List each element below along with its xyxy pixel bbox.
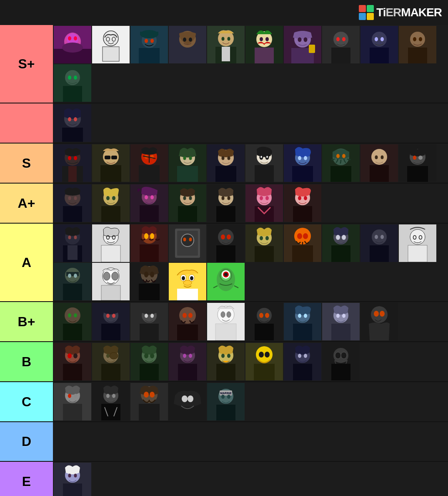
tier-label-sp: S+ — [0, 25, 53, 103]
svg-rect-182 — [216, 245, 235, 262]
svg-point-47 — [372, 32, 387, 47]
svg-point-129 — [112, 196, 115, 200]
char-cell — [245, 184, 283, 222]
svg-rect-192 — [292, 245, 313, 262]
svg-rect-161 — [68, 245, 78, 260]
svg-rect-88 — [177, 166, 198, 182]
char-cell — [54, 343, 91, 380]
char-cell — [207, 224, 245, 262]
char-cell — [207, 184, 245, 222]
svg-point-221 — [144, 272, 148, 277]
svg-rect-265 — [215, 324, 236, 340]
svg-point-345 — [188, 395, 193, 402]
svg-point-64 — [74, 117, 77, 121]
tier-label-e: E — [0, 462, 53, 496]
svg-point-249 — [112, 314, 115, 318]
svg-point-191 — [303, 233, 308, 239]
char-cell — [284, 224, 321, 262]
svg-rect-83 — [139, 165, 160, 182]
char-cell — [322, 303, 360, 340]
svg-point-143 — [222, 196, 225, 200]
svg-point-279 — [342, 314, 345, 318]
svg-point-37 — [298, 38, 302, 42]
svg-point-293 — [110, 352, 118, 359]
svg-rect-289 — [63, 364, 82, 380]
tier-label-ap: A+ — [0, 184, 53, 223]
svg-point-355 — [68, 474, 71, 478]
logo-cell-red — [359, 5, 366, 12]
svg-point-264 — [227, 312, 231, 317]
char-cell — [92, 263, 130, 300]
svg-point-38 — [304, 38, 308, 42]
svg-rect-202 — [370, 245, 389, 262]
char-cell — [207, 144, 245, 182]
char-cell — [284, 144, 321, 182]
svg-point-99 — [266, 156, 268, 158]
svg-point-328 — [74, 394, 77, 398]
char-cell — [130, 303, 168, 340]
svg-point-332 — [106, 394, 110, 398]
svg-point-292 — [106, 354, 110, 358]
svg-point-327 — [68, 394, 71, 398]
char-cell — [130, 184, 168, 222]
tier-label-sp2 — [0, 103, 53, 143]
svg-rect-299 — [140, 364, 159, 380]
svg-rect-218 — [101, 285, 120, 300]
svg-rect-40 — [309, 45, 315, 53]
svg-point-43 — [336, 37, 340, 41]
svg-point-230 — [183, 280, 192, 285]
svg-point-148 — [260, 196, 263, 200]
svg-rect-76 — [100, 165, 121, 182]
svg-rect-324 — [331, 364, 350, 380]
char-cell — [245, 303, 283, 340]
tiermaker-logo: TiERMAKER — [359, 5, 442, 20]
svg-rect-60 — [63, 86, 82, 102]
char-cell — [130, 383, 168, 420]
svg-point-113 — [375, 156, 378, 159]
svg-point-308 — [227, 354, 230, 358]
tier-content-ap — [53, 184, 448, 223]
char-cell — [169, 144, 206, 182]
svg-point-339 — [144, 392, 149, 398]
svg-rect-34 — [255, 48, 274, 63]
char-cell — [399, 144, 436, 182]
svg-point-303 — [189, 354, 192, 358]
char-cell — [92, 224, 130, 262]
svg-point-169 — [144, 233, 148, 239]
char-cell — [360, 224, 398, 262]
char-cell — [130, 343, 168, 380]
tier-row-bp: B+ — [0, 302, 448, 342]
svg-rect-213 — [63, 284, 82, 300]
char-cell — [207, 263, 245, 300]
svg-point-204 — [410, 229, 425, 244]
char-cell — [92, 343, 130, 380]
svg-rect-270 — [255, 324, 274, 340]
svg-point-159 — [74, 236, 77, 239]
svg-point-273 — [298, 314, 301, 318]
svg-point-322 — [335, 352, 341, 359]
svg-point-242 — [65, 307, 80, 323]
svg-rect-105 — [292, 166, 313, 182]
svg-point-186 — [265, 236, 269, 240]
svg-point-340 — [150, 392, 155, 398]
char-cell — [92, 303, 130, 340]
svg-rect-71 — [68, 166, 77, 182]
char-cell — [245, 144, 283, 182]
svg-point-123 — [68, 196, 71, 200]
char-cell — [54, 104, 91, 142]
svg-point-59 — [74, 76, 77, 80]
char-cell — [322, 26, 360, 63]
svg-point-108 — [336, 154, 340, 158]
svg-point-32 — [260, 37, 263, 41]
svg-rect-255 — [140, 324, 159, 340]
char-cell — [207, 26, 245, 63]
svg-point-114 — [381, 156, 384, 159]
svg-point-3 — [68, 36, 71, 40]
svg-point-176 — [183, 238, 186, 242]
char-cell — [169, 224, 206, 262]
svg-point-297 — [144, 353, 148, 358]
svg-point-54 — [419, 37, 422, 41]
svg-point-42 — [333, 32, 348, 47]
svg-point-185 — [260, 236, 263, 240]
svg-point-199 — [372, 229, 387, 244]
